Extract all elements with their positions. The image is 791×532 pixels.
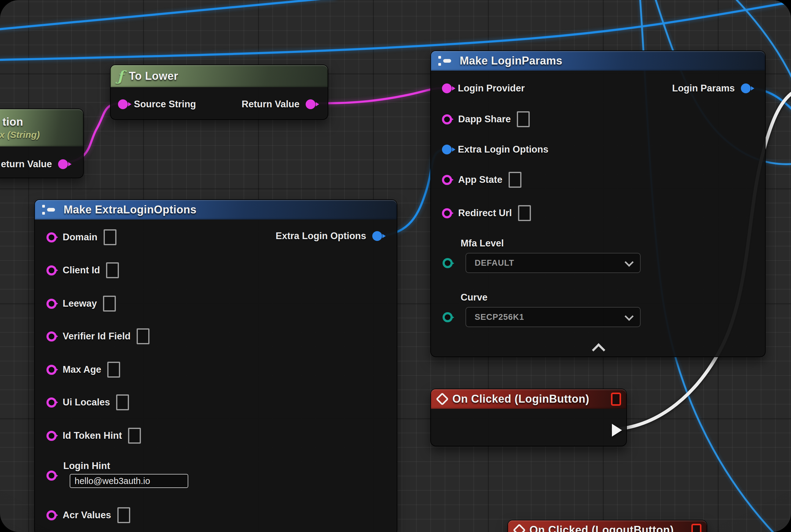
dropdown-value: SECP256K1 [475,312,524,322]
acr-values-checkbox[interactable] [117,507,130,523]
pin-label: Leeway [63,298,97,309]
login-hint-field[interactable] [70,474,188,488]
curve-label: Curve [461,292,487,303]
pin-row: Client Id [35,261,397,280]
node-header[interactable]: Make ExtraLoginOptions [35,200,397,220]
node-on-clicked-login-button[interactable]: On Clicked (LoginButton) [430,388,627,446]
node-title: tion [2,116,23,128]
node-title: On Clicked (LoginButton) [452,393,589,405]
pin-login-params-output[interactable] [741,83,751,93]
pin-row: Max Age [35,360,397,379]
id-token-hint-checkbox[interactable] [128,428,141,444]
login-hint-label: Login Hint [63,460,110,472]
collapse-node-chevron[interactable] [592,343,605,357]
pin-row: Ui Locales [35,393,397,412]
delegate-pin[interactable] [611,393,621,406]
pin-label: Redirect Url [458,208,512,218]
pin-label: Extra Login Options [458,144,548,155]
pin-app-state-input[interactable] [442,175,452,185]
pin-login-hint-input[interactable] [46,471,57,481]
node-title: Make LoginParams [460,54,562,67]
verifier-id-field-checkbox[interactable] [137,328,150,344]
pin-row: Return Value [111,95,328,113]
pin-label: Verifier Id Field [63,331,131,342]
pin-row: Login Params [431,79,765,97]
pin-row: App State [431,171,765,189]
pin-label: eturn Value [1,159,52,170]
client-id-checkbox[interactable] [106,262,119,278]
node-title: On Clicked (LogoutButton) [529,524,674,532]
node-title: Make ExtraLoginOptions [63,203,196,216]
redirect-url-checkbox[interactable] [518,205,531,221]
blueprint-canvas[interactable]: tion ox (String) eturn Value ƒ To Lower … [0,0,791,532]
mfa-level-label: Mfa Level [461,238,504,249]
node-header[interactable]: On Clicked (LoginButton) [431,389,626,409]
pin-row: Verifier Id Field [35,327,397,345]
pin-mfa-level-input[interactable] [443,258,453,268]
node-make-login-params[interactable]: Make LoginParams Login Provider Dapp Sha… [430,51,766,357]
dapp-share-checkbox[interactable] [517,111,530,127]
node-make-extra-login-options[interactable]: Make ExtraLoginOptions Domain Client Id … [34,200,397,532]
pin-row: Redirect Url [431,204,765,222]
node-subtitle: ox (String) [0,130,40,140]
pin-label: Acr Values [63,510,111,521]
wire-blue-diagonal-1 [0,0,335,30]
pin-label: Ui Locales [63,397,110,408]
pin-row: Acr Values [35,506,397,524]
node-partial-function[interactable]: tion ox (String) eturn Value [0,109,84,178]
dropdown-value: DEFAULT [475,258,515,268]
screenshot-stage: tion ox (String) eturn Value ƒ To Lower … [0,0,791,532]
pin-label: Dapp Share [458,114,511,125]
node-header[interactable]: tion ox (String) [0,109,83,147]
mfa-level-dropdown[interactable]: DEFAULT [465,253,641,273]
node-header[interactable]: On Clicked (LogoutButton) [508,520,707,532]
pin-row: eturn Value [0,155,83,173]
pin-label: Id Token Hint [63,430,122,441]
pin-dapp-share-input[interactable] [442,114,452,125]
curve-dropdown[interactable]: SECP256K1 [465,307,641,327]
pin-redirect-url-input[interactable] [442,208,452,218]
wire-tolower-to-provider [313,88,444,103]
pin-row: Leeway [35,294,397,313]
pin-client-id-input[interactable] [46,265,57,276]
function-icon: ƒ [117,69,123,83]
pin-return-value-output[interactable] [306,99,315,109]
pin-row: Extra Login Options [35,227,397,245]
chevron-down-icon [624,311,634,321]
node-title: To Lower [129,70,178,82]
pin-label: Login Params [672,83,735,94]
pin-acr-values-input[interactable] [46,510,57,520]
pin-verifier-id-field-input[interactable] [46,331,57,342]
exec-output-pin[interactable] [612,424,622,437]
app-state-checkbox[interactable] [508,172,521,188]
make-struct-icon [42,204,58,216]
pin-label: Max Age [63,364,101,375]
pin-id-token-hint-input[interactable] [46,431,57,441]
make-struct-icon [438,55,454,67]
pin-extra-login-options-input[interactable] [442,145,452,154]
pin-row: Id Token Hint [35,426,397,445]
pin-row: Dapp Share [431,110,765,128]
pin-label: App State [458,174,502,185]
pin-ui-locales-input[interactable] [46,397,57,407]
pin-row: Extra Login Options [431,140,765,159]
node-to-lower[interactable]: ƒ To Lower Source String Return Value [110,64,328,120]
node-header[interactable]: ƒ To Lower [111,65,328,87]
chevron-down-icon [624,258,634,267]
ui-locales-checkbox[interactable] [116,394,129,410]
pin-label: Return Value [242,99,300,110]
node-header[interactable]: Make LoginParams [431,51,765,71]
pin-leeway-input[interactable] [46,299,57,309]
pin-extra-login-options-output[interactable] [372,231,382,241]
node-on-clicked-logout-button[interactable]: On Clicked (LogoutButton) [507,520,707,532]
delegate-pin[interactable] [691,524,701,532]
event-icon [436,393,449,405]
pin-curve-input[interactable] [443,312,453,322]
leeway-checkbox[interactable] [103,296,116,311]
pin-max-age-input[interactable] [46,365,57,375]
max-age-checkbox[interactable] [107,362,120,378]
pin-label: Extra Login Options [276,230,366,242]
pin-return-value-output[interactable] [58,159,68,169]
pin-label: Client Id [63,265,100,276]
event-icon [513,524,526,532]
